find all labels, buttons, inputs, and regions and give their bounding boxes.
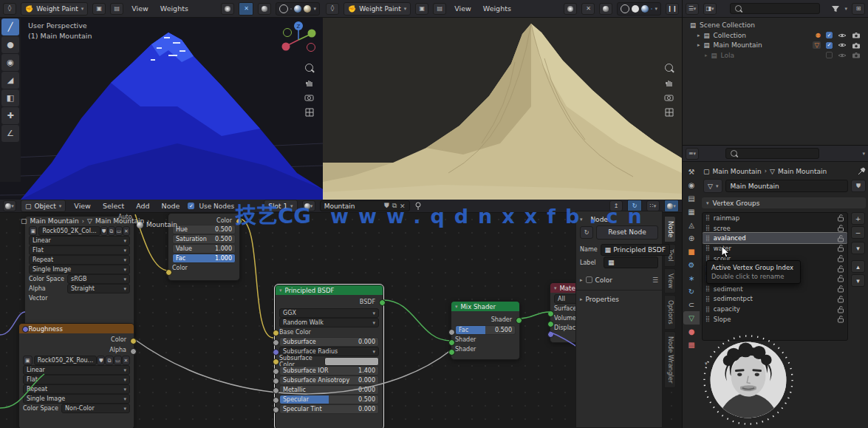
mode-dropdown[interactable]: ✊Weight Paint▾: [21, 2, 88, 16]
properties-tab-physics[interactable]: ↻: [683, 285, 700, 298]
fake-user-shield-icon[interactable]: ⛊: [100, 226, 108, 236]
editor-type-button[interactable]: 🮮: [326, 3, 339, 15]
metallic-input-socket[interactable]: [273, 387, 279, 394]
lock-open-icon[interactable]: [837, 254, 844, 262]
open-folder-icon[interactable]: ▭: [115, 226, 123, 236]
brush-falloff-dropdown[interactable]: [564, 3, 577, 15]
lock-open-icon[interactable]: [837, 224, 844, 232]
filter-icon[interactable]: [831, 5, 840, 13]
source-dropdown[interactable]: Single Image▾: [23, 394, 130, 404]
menu-view[interactable]: View: [128, 4, 152, 13]
node-name-field[interactable]: ▦Principled BSDF: [601, 244, 670, 256]
sidebar-tab-options[interactable]: Options: [664, 295, 676, 330]
lock-open-icon[interactable]: [837, 214, 844, 222]
unlink-icon[interactable]: ✕: [123, 226, 130, 236]
subsurface-color-input-socket[interactable]: [273, 359, 279, 365]
alpha-dropdown[interactable]: Straight▾: [67, 284, 130, 293]
lock-open-icon[interactable]: [837, 305, 844, 313]
paint-mask-face-toggle[interactable]: ▣: [92, 3, 106, 15]
node-panel-header[interactable]: ▾ Node: [580, 214, 658, 225]
vertex-group-name[interactable]: Slope: [714, 316, 731, 323]
move-up-button[interactable]: ▴: [851, 260, 865, 273]
shader-output-socket[interactable]: [516, 317, 522, 324]
node-image-texture-roughness[interactable]: ▾Roughness Color Alpha ▣ Rock050_2K_Rou.…: [18, 323, 134, 428]
data-name-field[interactable]: Main Mountain: [725, 180, 848, 192]
vertex-group-name[interactable]: rainmap: [714, 214, 739, 222]
viewport-right-canvas[interactable]: [323, 18, 682, 200]
display-mode-dropdown[interactable]: ☰▾: [686, 3, 699, 15]
grid-toggle-icon[interactable]: [665, 108, 674, 117]
expand-icon[interactable]: ▸: [697, 42, 700, 48]
outliner-search-input[interactable]: [730, 3, 820, 14]
node-hue-saturation-value[interactable]: Color Hue0.500Saturation0.500Value1.000F…: [168, 213, 240, 281]
shading-options-chevron[interactable]: ▾: [313, 6, 316, 12]
menu-weights[interactable]: Weights: [479, 4, 515, 13]
subsurface-ior-slider[interactable]: Subsurface IOR1.400: [279, 366, 379, 376]
lock-open-icon[interactable]: [837, 265, 844, 273]
snapping-dropdown[interactable]: ∷▾: [646, 200, 660, 211]
eye-icon[interactable]: [838, 33, 847, 38]
menu-view[interactable]: View: [451, 4, 475, 13]
duplicate-material-icon[interactable]: ⧉: [392, 202, 397, 210]
color-space-dropdown[interactable]: sRGB▾: [67, 274, 130, 284]
sidebar-tab-node[interactable]: Node: [664, 216, 676, 242]
color-space-dropdown[interactable]: Non-Color▾: [61, 404, 130, 413]
new-collection-button[interactable]: ⊞: [852, 3, 865, 15]
shader2-input-socket[interactable]: [448, 349, 455, 356]
navigation-gizmo[interactable]: Z: [279, 19, 318, 59]
outliner-item-label[interactable]: Main Mountain: [714, 41, 762, 49]
node-mix-shader[interactable]: ▾Mix Shader Shader Fac0.500 Shader Shade…: [451, 301, 520, 360]
alpha-output-socket[interactable]: [130, 348, 137, 355]
camera-icon[interactable]: [852, 32, 861, 38]
eyedropper-icon[interactable]: [858, 167, 866, 175]
paint-mask-face-toggle[interactable]: ▣: [415, 3, 428, 15]
hue-slider[interactable]: Hue0.500: [172, 225, 236, 234]
viewport-left-canvas[interactable]: [0, 18, 323, 200]
outliner-row[interactable]: ▤ Scene Collection: [683, 20, 868, 30]
specular-input-socket[interactable]: [273, 397, 279, 404]
lock-open-icon[interactable]: [837, 244, 844, 252]
camera-icon[interactable]: [852, 52, 861, 58]
texture-orb-dropdown[interactable]: [599, 3, 612, 15]
outliner-row[interactable]: ▸ ▤ Lola: [683, 50, 868, 61]
fac-input-socket[interactable]: [448, 329, 455, 336]
vertex-groups-panel-header[interactable]: ▾Vertex Groups: [702, 197, 866, 208]
camera-icon[interactable]: [852, 42, 861, 49]
fac-slider[interactable]: Fac0.500: [455, 325, 516, 335]
mirror-x-dropdown[interactable]: ✕: [239, 2, 253, 16]
properties-tab-output[interactable]: ▤: [683, 191, 700, 205]
node-label-field[interactable]: ▦: [604, 257, 658, 268]
overlays-dropdown[interactable]: ▾: [664, 200, 679, 212]
vertex-group-name[interactable]: sediment: [714, 285, 743, 293]
extension-dropdown[interactable]: Repeat▾: [23, 384, 130, 394]
remove-vertex-group-button[interactable]: −: [851, 226, 865, 239]
vertex-group-specials-button[interactable]: ▾: [851, 242, 865, 254]
editor-type-button[interactable]: ▾: [3, 200, 16, 211]
fac-slider[interactable]: Fac1.000: [172, 254, 236, 263]
shading-wireframe[interactable]: [621, 4, 629, 13]
lock-open-icon[interactable]: [837, 295, 844, 303]
vertex-group-row[interactable]: ⣿ capacity: [703, 304, 847, 314]
slot-dropdown[interactable]: Slot 1▾: [264, 200, 297, 212]
vertex-group-name[interactable]: capacity: [714, 305, 740, 313]
new-image-icon[interactable]: ⧉: [105, 356, 113, 365]
reset-node-button[interactable]: Reset Node: [596, 225, 658, 240]
shader-type-dropdown[interactable]: ▢Object▾: [21, 200, 66, 212]
properties-tab-constraints[interactable]: ⊂: [683, 298, 700, 311]
zoom-icon[interactable]: [305, 64, 313, 72]
sidebar-tab-view[interactable]: View: [664, 268, 676, 293]
render-checkbox[interactable]: ✓: [826, 42, 833, 49]
shield-fake-user-icon[interactable]: ⛊: [851, 180, 866, 192]
vertex-group-row[interactable]: ⣿ avalanced: [703, 233, 847, 243]
render-checkbox[interactable]: ✓: [826, 32, 833, 38]
blur-brush[interactable]: ●: [1, 36, 19, 53]
displacement-input-socket[interactable]: [547, 331, 554, 338]
annotate-tool[interactable]: ∠: [1, 125, 19, 142]
add-vertex-group-button[interactable]: +: [851, 212, 865, 225]
menu-select[interactable]: Select: [99, 202, 128, 210]
subsurface-input-socket[interactable]: [273, 339, 279, 346]
mirror-x-dropdown[interactable]: ✕: [581, 3, 595, 15]
render-checkbox[interactable]: [826, 52, 833, 58]
shading-solid[interactable]: [632, 5, 639, 13]
material-browse-dropdown[interactable]: ▾: [302, 200, 315, 211]
